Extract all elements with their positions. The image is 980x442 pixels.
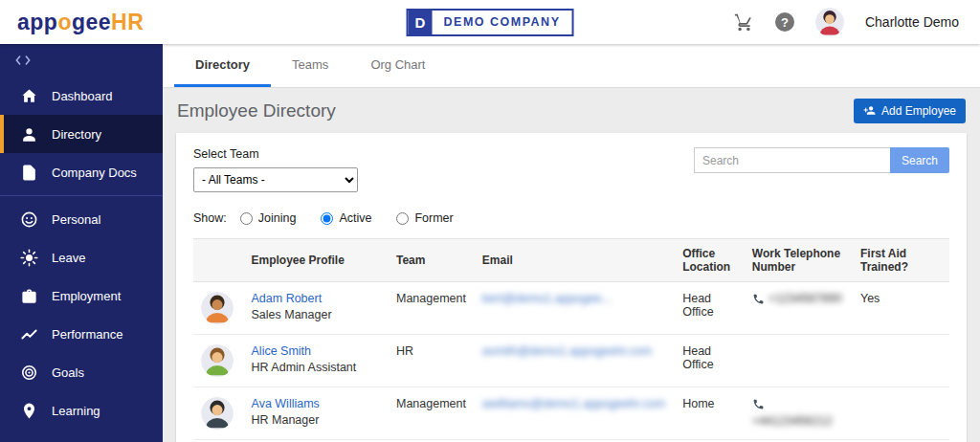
title-band: Employee Directory Add Employee <box>163 88 980 133</box>
search-button[interactable]: Search <box>890 147 949 173</box>
briefcase-icon <box>20 287 38 305</box>
main-content: Directory Teams Org Chart Employee Direc… <box>163 44 980 442</box>
radio-joining[interactable]: Joining <box>240 211 297 225</box>
sidebar-divider <box>0 195 163 196</box>
employee-name-link[interactable]: Alice Smith <box>252 344 312 358</box>
sidebar: Dashboard Directory Company Docs Persona… <box>0 44 163 442</box>
tab-org-chart[interactable]: Org Chart <box>349 44 446 87</box>
phone-icon <box>752 293 765 305</box>
radio-joining-label: Joining <box>258 211 297 225</box>
column-header-phone: Work Telephone Number <box>745 239 853 282</box>
employee-phone: +44123456212 <box>752 414 833 428</box>
user-avatar[interactable] <box>815 8 844 36</box>
phone-icon <box>752 398 765 410</box>
pin-icon <box>20 402 38 420</box>
show-filter-row: Show: Joining Active Former <box>193 211 949 225</box>
radio-former-input[interactable] <box>396 212 409 225</box>
employee-avatar <box>201 344 234 377</box>
column-header-profile: Employee Profile <box>244 239 389 282</box>
sidebar-item-personal[interactable]: Personal <box>0 200 163 238</box>
home-icon <box>20 87 38 105</box>
employee-name-link[interactable]: Ava Williams <box>252 397 320 410</box>
company-badge-letter: D <box>409 11 433 34</box>
employee-job-title: Sales Manager <box>252 308 381 321</box>
smiley-icon <box>20 210 38 229</box>
sidebar-item-dashboard[interactable]: Dashboard <box>0 77 163 115</box>
sidebar-item-label: Employment <box>52 289 121 303</box>
employee-job-title: HR Admin Assistant <box>252 361 381 374</box>
employee-avatar <box>201 397 234 430</box>
radio-active[interactable]: Active <box>321 211 371 225</box>
sidebar-item-goals[interactable]: Goals <box>0 353 163 391</box>
cart-icon[interactable] <box>734 12 754 33</box>
employee-email[interactable]: bert@demo1.appogee... <box>482 292 612 305</box>
sidebar-item-directory[interactable]: Directory <box>0 115 163 153</box>
trend-icon <box>20 325 38 343</box>
sidebar-item-leave[interactable]: Leave <box>0 238 163 276</box>
employee-team: Management <box>389 387 475 440</box>
sidebar-item-learning[interactable]: Learning <box>0 391 163 430</box>
tab-teams[interactable]: Teams <box>271 44 349 87</box>
column-header-first-aid: First Aid Trained? <box>853 239 949 282</box>
employee-name-link[interactable]: Adam Robert <box>252 292 323 305</box>
select-team-label: Select Team <box>193 147 358 161</box>
add-employee-label: Add Employee <box>881 104 956 118</box>
company-badge-label: DEMO COMPANY <box>433 15 572 29</box>
radio-former[interactable]: Former <box>396 211 453 225</box>
sidebar-item-company-docs[interactable]: Company Docs <box>0 153 163 191</box>
employee-first-aid <box>853 335 949 387</box>
radio-former-label: Former <box>414 211 453 225</box>
user-name[interactable]: Charlotte Demo <box>865 14 959 30</box>
team-select[interactable]: - All Teams - <box>193 167 358 192</box>
target-icon <box>20 364 38 382</box>
employee-email[interactable]: awilliams@demo1.appogeehr.com <box>482 397 665 410</box>
sun-icon <box>20 249 38 267</box>
sidebar-item-label: Dashboard <box>52 89 113 103</box>
topbar: appogeeHR D DEMO COMPANY ? Charlotte Dem… <box>0 0 980 44</box>
radio-active-input[interactable] <box>321 212 333 225</box>
employee-team: HR <box>389 335 475 387</box>
sidebar-item-label: Performance <box>52 327 122 342</box>
tab-directory[interactable]: Directory <box>174 44 271 87</box>
table-row: Alice Smith HR Admin Assistant HR asmith… <box>193 335 949 387</box>
radio-active-label: Active <box>339 211 371 225</box>
show-label: Show: <box>193 211 227 225</box>
employee-first-aid <box>853 387 949 440</box>
column-header-avatar <box>193 239 244 282</box>
content-area: Select Team - All Teams - Search Show: J… <box>163 133 980 442</box>
table-header-row: Employee Profile Team Email Office Locat… <box>193 239 949 282</box>
sidebar-item-label: Goals <box>52 365 84 380</box>
person-icon <box>20 125 38 144</box>
logo-text: app <box>17 10 57 34</box>
sidebar-item-label: Directory <box>52 127 101 142</box>
sidebar-item-performance[interactable]: Performance <box>0 315 163 353</box>
add-employee-button[interactable]: Add Employee <box>854 99 966 123</box>
table-row: Adam Robert Sales Manager Management ber… <box>193 282 949 335</box>
document-icon <box>20 164 38 182</box>
employee-first-aid: Yes <box>853 282 949 335</box>
sidebar-item-label: Company Docs <box>52 166 137 180</box>
radio-joining-input[interactable] <box>240 212 253 225</box>
sidebar-item-employment[interactable]: Employment <box>0 276 163 315</box>
collapse-icon[interactable] <box>0 44 163 77</box>
employee-job-title: HR Manager <box>252 413 381 427</box>
person-add-icon <box>863 104 876 117</box>
employee-email[interactable]: asmith@demo1.appogeehr.com <box>482 344 652 358</box>
directory-card: Select Team - All Teams - Search Show: J… <box>176 133 967 442</box>
search-group: Search <box>694 147 949 173</box>
column-header-location: Office Location <box>675 239 745 282</box>
table-row: Ava Williams HR Manager Management awill… <box>193 387 949 440</box>
sidebar-item-label: Leave <box>52 251 85 265</box>
employee-location: Head Office <box>675 335 745 387</box>
employee-location: Head Office <box>675 282 745 335</box>
sidebar-item-label: Personal <box>52 212 100 227</box>
search-input[interactable] <box>694 147 890 173</box>
employee-phone: +1234567890 <box>768 292 842 305</box>
company-badge: D DEMO COMPANY <box>407 9 574 36</box>
column-header-email: Email <box>475 239 675 282</box>
page-title: Employee Directory <box>177 100 336 122</box>
sidebar-item-label: Learning <box>52 404 100 418</box>
help-icon[interactable]: ? <box>775 12 794 32</box>
tabbar: Directory Teams Org Chart <box>163 44 980 88</box>
employee-table: Employee Profile Team Email Office Locat… <box>193 238 949 442</box>
